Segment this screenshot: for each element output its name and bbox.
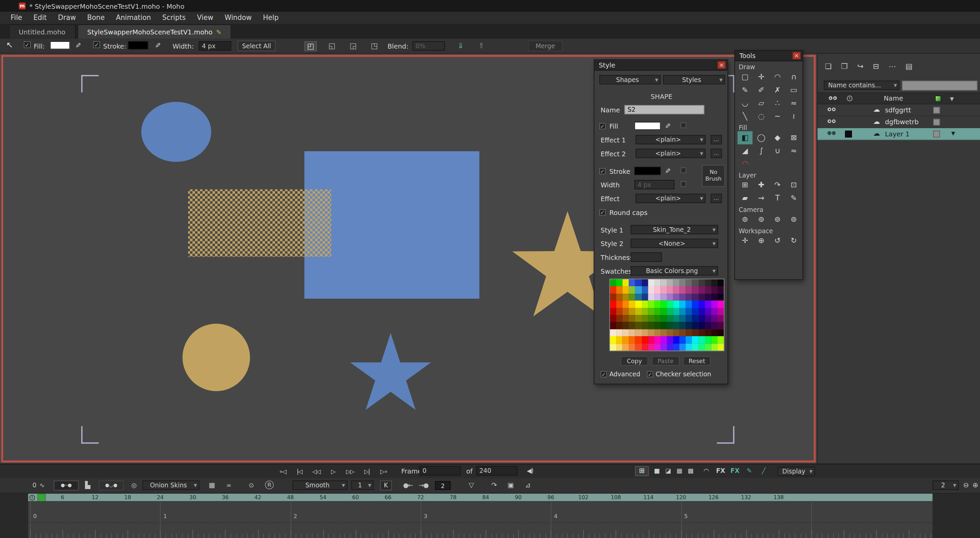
- frame-tick-label[interactable]: 12: [92, 494, 99, 501]
- palette-swatch[interactable]: [641, 279, 648, 287]
- palette-swatch[interactable]: [648, 322, 654, 329]
- palette-swatch[interactable]: [698, 322, 705, 329]
- view-toggle-1-icon[interactable]: ◰: [304, 41, 317, 51]
- palette-swatch[interactable]: [635, 308, 641, 315]
- palette-swatch[interactable]: [660, 322, 667, 329]
- frame-tick-label[interactable]: 48: [287, 494, 294, 501]
- cursor-tool-icon[interactable]: ↖: [6, 40, 13, 49]
- palette-swatch[interactable]: [705, 287, 711, 294]
- palette-swatch[interactable]: [698, 315, 705, 322]
- stroke-extra-checkbox[interactable]: [681, 167, 686, 173]
- palette-swatch[interactable]: [718, 287, 724, 294]
- palette-swatch[interactable]: [686, 344, 692, 351]
- merge-button[interactable]: Merge: [528, 40, 563, 51]
- frame-tick-label[interactable]: 30: [189, 494, 196, 501]
- follow-path-tool[interactable]: ⇝: [754, 192, 769, 205]
- palette-swatch[interactable]: [648, 279, 654, 287]
- palette-swatch[interactable]: [641, 287, 648, 294]
- palette-swatch[interactable]: [680, 308, 686, 315]
- set-origin-tool[interactable]: ✚: [754, 178, 769, 192]
- palette-swatch[interactable]: [680, 336, 686, 343]
- palette-swatch[interactable]: [641, 315, 648, 322]
- frame-tick-label[interactable]: 36: [222, 494, 229, 501]
- close-icon[interactable]: ×: [718, 61, 725, 68]
- palette-swatch[interactable]: [635, 344, 641, 351]
- palette-swatch[interactable]: [705, 329, 711, 336]
- palette-swatch[interactable]: [616, 344, 623, 351]
- palette-swatch[interactable]: [629, 287, 635, 294]
- palette-swatch[interactable]: [711, 336, 718, 343]
- keyframe-curve-toggle[interactable]: ●◡●: [99, 481, 124, 491]
- layer-row[interactable]: ☁sdfggrtt: [817, 104, 980, 116]
- palette-swatch[interactable]: [705, 308, 711, 315]
- audio-mute-icon[interactable]: ◀): [527, 468, 533, 474]
- menu-help[interactable]: Help: [257, 12, 284, 24]
- smooth-curve-display-icon[interactable]: ◠: [701, 466, 711, 476]
- palette-swatch[interactable]: [610, 322, 617, 329]
- palette-swatch[interactable]: [610, 336, 617, 343]
- palette-swatch[interactable]: [711, 344, 718, 351]
- palette-swatch[interactable]: [629, 308, 635, 315]
- palette-swatch[interactable]: [660, 287, 667, 294]
- palette-swatch[interactable]: [686, 279, 692, 287]
- palette-swatch[interactable]: [660, 344, 667, 351]
- palette-swatch[interactable]: [686, 287, 692, 294]
- effect2-dropdown[interactable]: <plain> ▼: [636, 149, 706, 158]
- style1-dropdown[interactable]: Skin_Tone_2 ▼: [631, 225, 718, 234]
- quality-full-icon[interactable]: ■: [653, 466, 662, 476]
- palette-swatch[interactable]: [641, 344, 648, 351]
- palette-swatch[interactable]: [680, 344, 686, 351]
- palette-swatch[interactable]: [654, 336, 661, 343]
- palette-swatch[interactable]: [660, 308, 667, 315]
- palette-swatch[interactable]: [641, 336, 648, 343]
- close-icon[interactable]: ×: [792, 52, 800, 59]
- palette-swatch[interactable]: [705, 301, 711, 308]
- palette-swatch[interactable]: [648, 329, 654, 336]
- palette-swatch[interactable]: [718, 294, 724, 301]
- duplicate-layer-button[interactable]: ❐: [841, 61, 848, 71]
- delete-layer-button[interactable]: ⊟: [873, 61, 880, 71]
- copy-button[interactable]: Copy: [620, 356, 648, 366]
- palette-swatch[interactable]: [635, 287, 641, 294]
- effect1-dropdown[interactable]: <plain> ▼: [636, 135, 706, 145]
- pick-display-icon[interactable]: ╱: [759, 466, 769, 476]
- palette-swatch[interactable]: [680, 287, 686, 294]
- palette-swatch[interactable]: [667, 344, 673, 351]
- lasso-shape-tool[interactable]: ◯: [754, 131, 769, 145]
- retime-keys-icon[interactable]: ↷: [492, 481, 496, 491]
- smooth-tool[interactable]: ~: [770, 110, 785, 123]
- no-brush-button[interactable]: No Brush: [702, 165, 725, 187]
- palette-swatch[interactable]: [667, 294, 673, 301]
- filter-channels-icon[interactable]: ▽: [469, 481, 474, 491]
- zoom-camera-tool[interactable]: ⊚: [754, 213, 769, 226]
- frame-tick-label[interactable]: 78: [450, 494, 457, 501]
- more-options-button[interactable]: ⋯: [889, 61, 896, 71]
- palette-swatch[interactable]: [673, 344, 680, 351]
- palette-swatch[interactable]: [648, 308, 654, 315]
- palette-swatch[interactable]: [698, 329, 705, 336]
- palette-swatch[interactable]: [660, 315, 667, 322]
- palette-swatch[interactable]: [616, 279, 623, 287]
- delete-shape-tool[interactable]: ⊠: [786, 131, 801, 145]
- effect1-options-button[interactable]: ...: [711, 135, 722, 145]
- record-badge-icon[interactable]: R: [265, 481, 274, 489]
- frame-tick-label[interactable]: 66: [385, 494, 391, 501]
- palette-swatch[interactable]: [623, 279, 629, 287]
- palette-swatch[interactable]: [623, 336, 629, 343]
- palette-swatch[interactable]: [616, 301, 623, 308]
- palette-swatch[interactable]: [705, 322, 711, 329]
- cycle-keys-icon[interactable]: ◎: [131, 481, 136, 491]
- palette-swatch[interactable]: [654, 322, 661, 329]
- palette-swatch[interactable]: [705, 344, 711, 351]
- frame-tick-label[interactable]: 114: [643, 494, 653, 501]
- palette-swatch[interactable]: [718, 329, 724, 336]
- tan-circle-shape[interactable]: [183, 324, 250, 391]
- palette-swatch[interactable]: [718, 279, 724, 287]
- layer-visibility-icon[interactable]: [827, 119, 835, 123]
- palette-swatch[interactable]: [667, 301, 673, 308]
- lower-shape-bucket-icon[interactable]: ⇓: [454, 41, 467, 51]
- tab-inactive[interactable]: Untitled.moho: [9, 24, 75, 39]
- palette-swatch[interactable]: [667, 322, 673, 329]
- name-contains-dropdown[interactable]: Name contains... ▼: [824, 81, 899, 90]
- palette-swatch[interactable]: [680, 315, 686, 322]
